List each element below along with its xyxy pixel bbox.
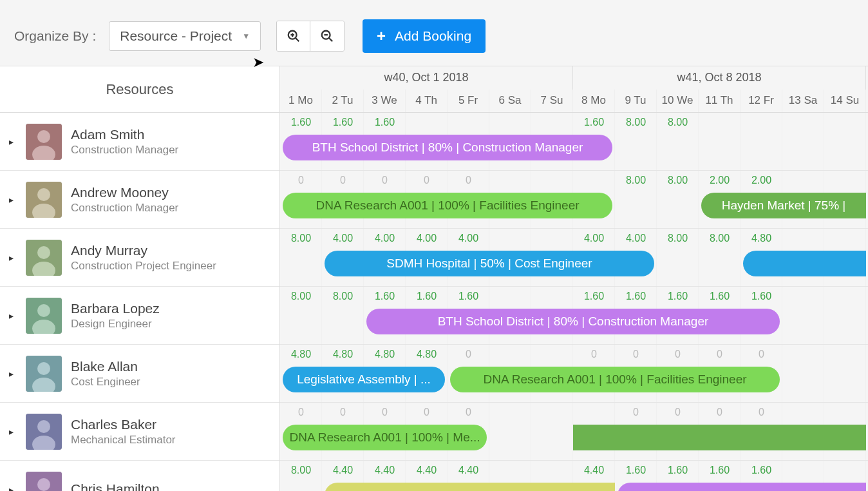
expand-arrow-icon[interactable]: ▸ — [9, 485, 17, 492]
hour-value: 4.80 — [406, 349, 448, 365]
timeline-body[interactable]: 1.601.601.601.608.008.00BTH School Distr… — [280, 113, 868, 491]
hour-value — [406, 117, 448, 133]
timeline-row[interactable]: 4.804.804.804.80000000Legislative Assemb… — [280, 345, 868, 403]
hour-value: 4.40 — [573, 465, 615, 481]
booking-bar[interactable] — [325, 483, 615, 491]
zoom-group — [276, 21, 344, 52]
hour-value: 1.60 — [280, 117, 322, 133]
day-header: 14 Su — [824, 90, 866, 113]
hour-value — [573, 175, 615, 191]
svg-point-23 — [37, 420, 50, 433]
zoom-out-button[interactable] — [310, 21, 344, 51]
resource-row[interactable]: ▸ Andy Murray Construction Project Engin… — [0, 229, 279, 287]
hour-value: 8.00 — [657, 175, 699, 191]
resource-info: Andrew Mooney Construction Manager — [71, 185, 178, 215]
booking-bar[interactable]: DNA Research A001 | 100% | Me... — [283, 425, 487, 450]
timeline-row[interactable]: 1.601.601.601.608.008.00BTH School Distr… — [280, 113, 868, 171]
day-header: 1 Mo — [280, 90, 322, 113]
resource-row[interactable]: ▸ Adam Smith Construction Manager — [0, 113, 279, 171]
booking-bar[interactable]: BTH School District | 80% | Construction… — [366, 309, 780, 334]
hour-value: 1.60 — [741, 291, 782, 307]
day-header: 9 Tu — [615, 90, 657, 113]
expand-arrow-icon[interactable]: ▸ — [9, 369, 17, 379]
hour-value: 8.00 — [657, 233, 699, 249]
timeline-panel[interactable]: w40, Oct 1 2018w41, Oct 8 2018 1 Mo2 Tu3… — [280, 66, 868, 491]
timeline-row[interactable]: 8.004.004.004.004.004.004.008.008.004.80… — [280, 229, 868, 287]
hour-value: 8.00 — [699, 233, 741, 249]
hour-value: 8.00 — [615, 175, 657, 191]
resource-info: Adam Smith Construction Manager — [71, 127, 178, 157]
booking-bar[interactable] — [573, 425, 866, 450]
booking-bar[interactable] — [743, 251, 866, 276]
avatar — [26, 298, 62, 334]
hour-value — [699, 117, 741, 133]
hour-value: 4.00 — [322, 233, 364, 249]
timeline-header: w40, Oct 1 2018w41, Oct 8 2018 1 Mo2 Tu3… — [280, 66, 868, 113]
hour-value: 0 — [364, 175, 406, 191]
resource-name: Blake Allan — [71, 359, 140, 374]
hour-value — [448, 117, 489, 133]
timeline-row[interactable]: 8.004.404.404.404.404.401.601.601.601.60 — [280, 461, 868, 491]
timeline-row[interactable]: 8.008.001.601.601.601.601.601.601.601.60… — [280, 287, 868, 345]
resource-info: Charles Baker Mechanical Estimator — [71, 417, 176, 447]
resource-row[interactable]: ▸ Andrew Mooney Construction Manager — [0, 171, 279, 229]
expand-arrow-icon[interactable]: ▸ — [9, 311, 17, 321]
hour-value: 0 — [657, 349, 699, 365]
organize-by-dropdown[interactable]: Resource - Project ▼ — [109, 21, 261, 51]
hour-value — [824, 175, 866, 191]
booking-bar[interactable] — [618, 483, 866, 491]
expand-arrow-icon[interactable]: ▸ — [9, 427, 17, 437]
booking-bar[interactable]: BTH School District | 80% | Construction… — [283, 135, 612, 160]
hour-value: 1.60 — [364, 117, 406, 133]
timeline-row[interactable]: 000008.008.002.002.00DNA Research A001 |… — [280, 171, 868, 229]
zoom-out-icon — [320, 29, 334, 43]
hour-value: 1.60 — [657, 465, 699, 481]
hour-value: 0 — [280, 407, 322, 423]
day-header: 7 Su — [531, 90, 573, 113]
booking-bar[interactable]: SDMH Hospital | 50% | Cost Engineer — [325, 251, 654, 276]
hour-value: 1.60 — [573, 291, 615, 307]
day-header: 12 Fr — [741, 90, 782, 113]
add-booking-button[interactable]: + Add Booking — [363, 19, 486, 53]
hour-value: 8.00 — [280, 465, 322, 481]
expand-arrow-icon[interactable]: ▸ — [9, 137, 17, 147]
booking-bar[interactable]: DNA Research A001 | 100% | Facilities En… — [283, 193, 612, 218]
hour-value: 1.60 — [406, 291, 448, 307]
hour-value: 0 — [699, 407, 741, 423]
avatar — [26, 182, 62, 218]
hour-value: 0 — [364, 407, 406, 423]
hour-value: 8.00 — [615, 117, 657, 133]
resource-row[interactable]: ▸ Charles Baker Mechanical Estimator — [0, 403, 279, 461]
resource-row[interactable]: ▸ Barbara Lopez Design Engineer — [0, 287, 279, 345]
timeline-row[interactable]: 000000000DNA Research A001 | 100% | Me..… — [280, 403, 868, 461]
svg-line-5 — [329, 38, 333, 42]
hour-value: 1.60 — [615, 465, 657, 481]
resource-info: Andy Murray Construction Project Enginee… — [71, 243, 216, 273]
booking-bar[interactable]: Legislative Assembly | ... — [283, 367, 445, 392]
week-header: w40, Oct 1 2018 — [280, 66, 573, 90]
resource-row[interactable]: ▸ Blake Allan Cost Engineer — [0, 345, 279, 403]
hour-value — [782, 117, 824, 133]
resource-row[interactable]: ▸ Chris Hamilton — [0, 461, 279, 491]
booking-bar[interactable]: Hayden Market | 75% | — [701, 193, 866, 218]
booking-bar[interactable]: DNA Research A001 | 100% | Facilities En… — [450, 367, 780, 392]
expand-arrow-icon[interactable]: ▸ — [9, 195, 17, 205]
scheduler-grid: Resources ▸ Adam Smith Construction Mana… — [0, 66, 868, 491]
resource-name: Andrew Mooney — [71, 185, 178, 200]
hour-value: 4.00 — [364, 233, 406, 249]
hour-value: 1.60 — [699, 465, 741, 481]
hour-value: 1.60 — [657, 291, 699, 307]
hour-value — [489, 407, 531, 423]
expand-arrow-icon[interactable]: ▸ — [9, 253, 17, 263]
hour-value — [531, 465, 573, 481]
hour-value — [489, 233, 531, 249]
svg-point-8 — [37, 130, 50, 143]
hour-value: 0 — [615, 407, 657, 423]
zoom-in-button[interactable] — [277, 21, 310, 51]
hour-value — [531, 175, 573, 191]
hour-value: 0 — [448, 175, 489, 191]
resource-role: Construction Manager — [71, 144, 178, 157]
hour-value: 1.60 — [741, 465, 782, 481]
hour-value: 4.40 — [448, 465, 489, 481]
hour-value: 4.40 — [322, 465, 364, 481]
